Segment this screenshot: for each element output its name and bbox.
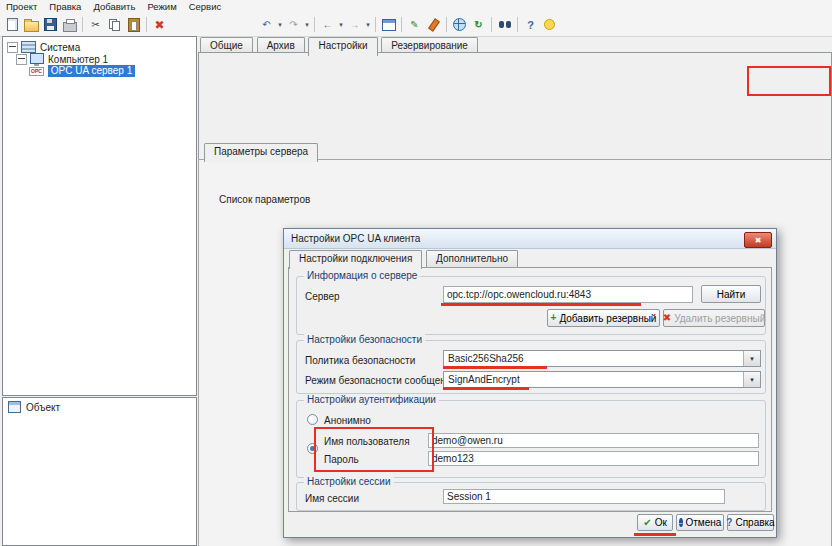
security-policy-value: Basic256Sha256 <box>448 353 524 364</box>
copy-icon <box>109 19 120 30</box>
paste-icon <box>128 18 140 32</box>
edit-button[interactable]: ✎ <box>405 16 424 34</box>
remove-backup-button[interactable]: ✖ Удалить резервный <box>663 309 765 327</box>
dialog-close-button[interactable]: ✖ <box>744 232 772 248</box>
undo-button[interactable]: ↶ <box>257 16 276 34</box>
dialog-tab-bar: Настройки подключения Дополнительно <box>289 250 519 269</box>
object-panel-header[interactable]: Объект <box>8 401 60 413</box>
navigate-forward-button[interactable]: → <box>345 16 364 34</box>
back-dropdown-button[interactable]: ▾ <box>337 16 345 34</box>
redo-dropdown-button[interactable]: ▾ <box>303 16 311 34</box>
anonymous-radio[interactable] <box>307 414 318 425</box>
params-list-label: Список параметров <box>219 194 310 205</box>
scissors-icon: ✂ <box>91 19 99 30</box>
back-arrow-icon: ← <box>323 19 333 30</box>
new-project-button[interactable] <box>3 16 22 34</box>
system-icon <box>21 41 36 53</box>
print-button[interactable] <box>60 16 79 34</box>
password-label: Пароль <box>324 454 359 465</box>
refresh-icon: ↻ <box>474 19 482 30</box>
open-project-button[interactable] <box>22 16 41 34</box>
globe-icon <box>453 18 466 31</box>
forward-dropdown-button[interactable]: ▾ <box>364 16 372 34</box>
dialog-title-bar[interactable]: Настройки OPC UA клиента <box>284 229 776 249</box>
dialog-tab-advanced[interactable]: Дополнительно <box>426 250 518 267</box>
brush-button[interactable] <box>424 16 443 34</box>
ok-button[interactable]: ✔ Ок <box>637 514 673 531</box>
session-name-field[interactable] <box>443 489 725 504</box>
plus-icon: + <box>551 313 557 323</box>
network-button[interactable] <box>450 16 469 34</box>
tree-item-system[interactable]: Система <box>7 41 80 53</box>
undo-dropdown-button[interactable]: ▾ <box>276 16 284 34</box>
window-view-button[interactable] <box>379 16 398 34</box>
dialog-server-url-field[interactable] <box>443 286 693 303</box>
refresh-button[interactable]: ↻ <box>469 16 488 34</box>
dialog-server-label: Сервер <box>305 291 340 302</box>
red-x-icon: ✖ <box>663 313 671 323</box>
question-icon: ? <box>726 518 732 528</box>
dropdown-arrow-icon[interactable]: ▾ <box>743 351 760 366</box>
info-button[interactable] <box>540 16 559 34</box>
caret-down-icon: ▾ <box>305 21 309 29</box>
navigate-back-button[interactable]: ← <box>318 16 337 34</box>
dialog-title: Настройки OPC UA клиента <box>291 233 420 244</box>
dropdown-arrow-icon[interactable]: ▾ <box>743 372 760 387</box>
tree-item-computer[interactable]: Компьютер 1 <box>16 53 108 65</box>
search-button[interactable] <box>495 16 514 34</box>
context-help-button[interactable]: ? <box>521 16 540 34</box>
save-button[interactable] <box>41 16 60 34</box>
check-icon: ✔ <box>643 518 651 528</box>
collapse-icon[interactable] <box>7 42 18 53</box>
help-icon: ? <box>527 19 534 31</box>
object-panel: Объект <box>2 397 197 546</box>
copy-button[interactable] <box>105 16 124 34</box>
tree-item-label: Компьютер 1 <box>48 54 108 65</box>
password-field[interactable] <box>428 451 759 466</box>
redo-button[interactable]: ↷ <box>284 16 303 34</box>
toolbar: ✂ ✖ ↶ ▾ ↷ ▾ ← ▾ → ▾ ✎ ↻ ? <box>0 13 832 37</box>
toolbar-separator <box>375 17 376 32</box>
cancel-button-label: Отмена <box>686 517 722 528</box>
message-mode-dropdown[interactable]: SignAndEncrypt ▾ <box>443 371 761 388</box>
toolbar-separator <box>146 17 147 32</box>
undo-icon: ↶ <box>262 19 270 30</box>
tab-settings[interactable]: Настройки <box>308 37 377 56</box>
delete-button[interactable]: ✖ <box>150 16 169 34</box>
toolbar-separator <box>401 17 402 32</box>
help-button[interactable]: ? Справка <box>727 514 774 531</box>
open-folder-icon <box>24 21 39 32</box>
menu-edit[interactable]: Правка <box>43 1 87 12</box>
cut-button[interactable]: ✂ <box>86 16 105 34</box>
paste-button[interactable] <box>124 16 143 34</box>
collapse-icon[interactable] <box>16 54 27 65</box>
params-tab-bar: Параметры сервера <box>204 143 319 162</box>
anonymous-label: Анонимно <box>324 415 371 426</box>
window-icon <box>382 19 396 31</box>
menu-add[interactable]: Добавить <box>87 1 141 12</box>
security-settings-group: Настройки безопасности Политика безопасн… <box>296 340 766 394</box>
credentials-radio[interactable] <box>307 443 318 454</box>
annotation-ok-button <box>634 533 676 536</box>
find-button[interactable]: Найти <box>701 285 761 303</box>
forward-arrow-icon: → <box>350 19 360 30</box>
opc-server-icon: OPC <box>29 67 44 76</box>
tree-item-opc-ua-server[interactable]: OPC OPC UA сервер 1 <box>29 65 135 77</box>
dialog-tab-connection[interactable]: Настройки подключения <box>289 250 422 269</box>
cancel-button[interactable]: – Отмена <box>676 514 724 531</box>
security-policy-dropdown[interactable]: Basic256Sha256 ▾ <box>443 350 761 367</box>
add-backup-button[interactable]: + Добавить резервный <box>547 309 660 327</box>
username-field[interactable] <box>428 433 759 448</box>
print-icon <box>63 22 77 32</box>
menu-service[interactable]: Сервис <box>183 1 228 12</box>
delete-icon: ✖ <box>154 18 164 32</box>
menu-bar: Проект Правка Добавить Режим Сервис <box>0 0 832 14</box>
menu-project[interactable]: Проект <box>0 1 43 12</box>
tab-server-parameters[interactable]: Параметры сервера <box>204 143 318 162</box>
toolbar-separator <box>314 17 315 32</box>
tree-item-label-selected: OPC UA сервер 1 <box>48 65 135 77</box>
redo-icon: ↷ <box>289 19 297 30</box>
session-settings-group: Настройки сессии Имя сессии <box>296 482 766 511</box>
computer-icon <box>30 53 44 64</box>
menu-mode[interactable]: Режим <box>141 1 182 12</box>
